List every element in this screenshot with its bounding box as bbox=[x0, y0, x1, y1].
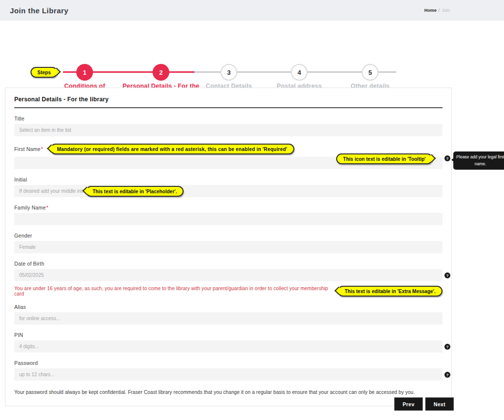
extra-message-text: You are under 16 years of age, as such, … bbox=[14, 286, 333, 297]
pin-input[interactable] bbox=[14, 340, 442, 353]
step-4-circle[interactable]: 4 bbox=[291, 64, 308, 81]
required-annotation-callout: Mandatory (or required) fields are marke… bbox=[50, 144, 294, 154]
initial-input[interactable] bbox=[14, 185, 442, 197]
wizard-stepper: Steps 1 2 3 4 5 Conditions of Membership… bbox=[0, 30, 504, 71]
form-title-rule bbox=[14, 107, 442, 108]
gender-label: Gender bbox=[14, 233, 32, 239]
breadcrumb-separator: / bbox=[439, 8, 440, 13]
alias-label: Alias bbox=[14, 304, 26, 310]
date-of-birth-help-icon[interactable]: ? bbox=[444, 272, 450, 278]
alias-input[interactable] bbox=[14, 312, 442, 325]
password-help-icon[interactable]: ? bbox=[444, 372, 450, 378]
field-alias: Alias bbox=[14, 304, 442, 325]
callout-tip bbox=[335, 287, 343, 295]
next-button[interactable]: Next bbox=[425, 397, 454, 411]
extra-message-annotation-label: This text is editable in 'Extra Message'… bbox=[345, 289, 436, 294]
extra-message-annotation-callout: This text is editable in 'Extra Message'… bbox=[338, 286, 442, 297]
field-date-of-birth: Date of Birth ? bbox=[14, 261, 442, 281]
placeholder-annotation-callout: This text is editable in 'Placeholder'. bbox=[86, 186, 184, 197]
required-asterisk: * bbox=[41, 146, 43, 152]
password-confidentiality-note: Your password should always be kept conf… bbox=[14, 390, 442, 395]
page-title: Join the Library bbox=[10, 6, 68, 15]
placeholder-annotation-label: This text is editable in 'Placeholder'. bbox=[93, 189, 177, 194]
gender-input[interactable] bbox=[14, 241, 442, 253]
breadcrumb: Home / Join bbox=[424, 8, 450, 13]
field-family-name: Family Name* bbox=[14, 205, 442, 225]
required-asterisk: * bbox=[46, 205, 48, 210]
extra-message-row: You are under 16 years of age, as such, … bbox=[14, 286, 442, 297]
title-label: Title bbox=[14, 116, 24, 121]
step-3-circle[interactable]: 3 bbox=[220, 64, 237, 81]
breadcrumb-home-link[interactable]: Home bbox=[424, 8, 437, 13]
date-of-birth-input[interactable] bbox=[14, 269, 442, 281]
family-name-label: Family Name bbox=[14, 205, 46, 210]
breadcrumb-current: Join bbox=[441, 8, 450, 13]
field-pin: PIN ? bbox=[14, 332, 442, 353]
step-5-circle[interactable]: 5 bbox=[362, 64, 378, 81]
pin-label: PIN bbox=[14, 332, 23, 338]
field-first-name: First Name* Mandatory (or required) fiel… bbox=[14, 144, 442, 169]
step-1-circle[interactable]: 1 bbox=[76, 64, 93, 81]
form-title: Personal Details - For the library bbox=[14, 96, 442, 103]
tooltip-annotation-callout: This icon text is editable in 'Tooltip' bbox=[336, 153, 433, 164]
password-label: Password bbox=[14, 360, 38, 366]
field-gender: Gender bbox=[14, 233, 442, 253]
required-annotation-label: Mandatory (or required) fields are marke… bbox=[57, 147, 287, 152]
first-name-label: First Name bbox=[14, 146, 40, 152]
field-initial: Initial This text is editable in 'Placeh… bbox=[14, 177, 442, 197]
first-name-tooltip: Please add your legal first name. bbox=[453, 151, 504, 170]
date-of-birth-label: Date of Birth bbox=[14, 261, 44, 267]
wizard-actions: Prev Next bbox=[394, 397, 454, 411]
title-input[interactable] bbox=[14, 124, 442, 136]
field-title: Title bbox=[14, 116, 442, 136]
callout-tip bbox=[47, 145, 55, 153]
family-name-input[interactable] bbox=[14, 213, 442, 225]
pin-help-icon[interactable]: ? bbox=[444, 344, 450, 350]
initial-label: Initial bbox=[14, 177, 27, 182]
form-panel: Personal Details - For the library Title… bbox=[5, 88, 452, 406]
prev-button[interactable]: Prev bbox=[394, 397, 423, 411]
field-password: Password ? bbox=[14, 360, 442, 381]
tooltip-annotation-label: This icon text is editable in 'Tooltip' bbox=[343, 156, 426, 162]
step-2-circle[interactable]: 2 bbox=[153, 64, 169, 81]
callout-tip bbox=[53, 68, 61, 76]
page-header: Join the Library Home / Join bbox=[0, 0, 504, 21]
steps-annotation-callout: Steps bbox=[31, 67, 58, 78]
steps-annotation-label: Steps bbox=[37, 70, 51, 75]
password-input[interactable] bbox=[14, 368, 442, 381]
